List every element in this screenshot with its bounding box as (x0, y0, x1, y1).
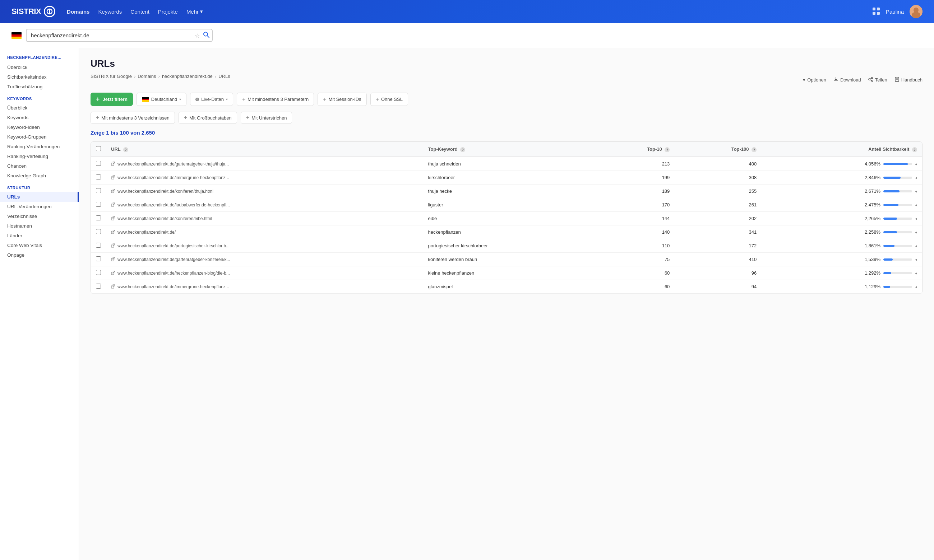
external-link-icon[interactable] (111, 284, 115, 289)
row-expand-icon[interactable]: ◂ (915, 243, 917, 248)
external-link-icon[interactable] (111, 175, 115, 180)
row-expand-icon[interactable]: ◂ (915, 203, 917, 208)
external-link-icon[interactable] (111, 230, 115, 235)
sichtbarkeit-help-icon[interactable]: ? (912, 147, 917, 152)
row-expand-icon[interactable]: ◂ (915, 216, 917, 221)
sidebar-item-ueberblick-keywords[interactable]: Überblick (0, 103, 79, 113)
sidebar-item-hostnamen[interactable]: Hostnamen (0, 221, 79, 231)
filter-deutschland-btn[interactable]: Deutschland ▾ (137, 92, 186, 106)
sidebar-item-chancen[interactable]: Chancen (0, 161, 79, 171)
sidebar-item-ueberblick-domain[interactable]: Überblick (0, 63, 79, 72)
nav-mehr[interactable]: Mehr ▾ (186, 8, 203, 15)
row-keyword-text[interactable]: liguster (428, 202, 443, 208)
row-keyword-text[interactable]: heckenpflanzen (428, 229, 461, 235)
select-all-checkbox[interactable] (96, 146, 101, 151)
filter-unterstrichen-btn[interactable]: + Mit Unterstrichen (241, 112, 293, 124)
row-checkbox-4[interactable] (96, 215, 101, 220)
nav-keywords[interactable]: Keywords (98, 9, 122, 15)
row-checkbox-8[interactable] (96, 270, 101, 275)
row-keyword-text[interactable]: thuja schneiden (428, 161, 461, 166)
row-checkbox-2[interactable] (96, 188, 101, 193)
external-link-icon[interactable] (111, 203, 115, 208)
row-checkbox-5[interactable] (96, 229, 101, 234)
search-submit-icon[interactable] (203, 31, 210, 40)
row-url-text[interactable]: www.heckenpflanzendirekt.de/koniferen/th… (117, 189, 213, 194)
logo[interactable]: SISTRIX (11, 6, 55, 17)
row-checkbox-6[interactable] (96, 243, 101, 248)
user-avatar[interactable] (909, 5, 923, 18)
sidebar-item-knowledge-graph[interactable]: Knowledge Graph (0, 171, 79, 180)
row-expand-icon[interactable]: ◂ (915, 175, 917, 180)
breadcrumb-sistrix[interactable]: SISTRIX für Google (91, 74, 132, 79)
top10-help-icon[interactable]: ? (664, 147, 670, 152)
sidebar-item-keyword-gruppen[interactable]: Keyword-Gruppen (0, 132, 79, 142)
row-checkbox-1[interactable] (96, 174, 101, 180)
filter-3dirs-btn[interactable]: + Mit mindestens 3 Verzeichnissen (91, 112, 175, 124)
row-expand-icon[interactable]: ◂ (915, 162, 917, 166)
user-name[interactable]: Paulina (886, 9, 904, 15)
action-teilen[interactable]: Teilen (868, 77, 887, 83)
row-url-text[interactable]: www.heckenpflanzendirekt.de/gartenratgeb… (117, 162, 229, 166)
row-url-text[interactable]: www.heckenpflanzendirekt.de/immergrune-h… (117, 175, 229, 180)
sidebar-item-laender[interactable]: Länder (0, 231, 79, 240)
breadcrumb-urls[interactable]: URLs (219, 74, 230, 79)
nav-domains[interactable]: Domains (67, 9, 89, 15)
external-link-icon[interactable] (111, 162, 115, 166)
sidebar-item-ranking-verteilung[interactable]: Ranking-Verteilung (0, 151, 79, 161)
filter-3params-btn[interactable]: + Mit mindestens 3 Parametern (237, 92, 314, 106)
row-expand-icon[interactable]: ◂ (915, 284, 917, 289)
row-url-text[interactable]: www.heckenpflanzendirekt.de/portugiesisc… (117, 243, 230, 248)
sidebar-item-sichtbarkeitsindex[interactable]: Sichtbarkeitsindex (0, 72, 79, 82)
sidebar-item-keywords[interactable]: Keywords (0, 113, 79, 122)
row-keyword-text[interactable]: thuja hecke (428, 188, 452, 194)
row-expand-icon[interactable]: ◂ (915, 257, 917, 262)
filter-live-daten-btn[interactable]: Live-Daten ▾ (190, 92, 233, 106)
sidebar-item-verzeichnisse[interactable]: Verzeichnisse (0, 211, 79, 221)
external-link-icon[interactable] (111, 216, 115, 221)
row-url-text[interactable]: www.heckenpflanzendirekt.de/immergrune-h… (117, 284, 229, 289)
external-link-icon[interactable] (111, 189, 115, 194)
sidebar-item-ranking-veraenderungen[interactable]: Ranking-Veränderungen (0, 142, 79, 151)
row-keyword-text[interactable]: koniferen werden braun (428, 257, 478, 262)
external-link-icon[interactable] (111, 243, 115, 248)
breadcrumb-domain[interactable]: heckenpflanzendirekt.de (162, 74, 213, 79)
external-link-icon[interactable] (111, 271, 115, 276)
search-input[interactable] (26, 29, 213, 42)
row-expand-icon[interactable]: ◂ (915, 230, 917, 235)
action-download[interactable]: Download (834, 77, 861, 83)
sidebar-item-core-web-vitals[interactable]: Core Web Vitals (0, 240, 79, 250)
row-keyword-text[interactable]: kleine heckenpflanzen (428, 270, 475, 276)
row-url-text[interactable]: www.heckenpflanzendirekt.de/ (117, 230, 176, 235)
sidebar-item-urls[interactable]: URLs (0, 192, 79, 202)
star-icon[interactable]: ☆ (195, 32, 200, 39)
sidebar-item-url-veraenderungen[interactable]: URL-Veränderungen (0, 202, 79, 211)
external-link-icon[interactable] (111, 257, 115, 262)
row-expand-icon[interactable]: ◂ (915, 271, 917, 276)
row-keyword-text[interactable]: glanzmispel (428, 284, 453, 289)
row-keyword-text[interactable]: portugiesischer kirschlorbeer (428, 243, 488, 248)
action-optionen[interactable]: ▾ Optionen (803, 77, 826, 83)
grid-icon[interactable] (872, 7, 880, 16)
row-url-text[interactable]: www.heckenpflanzendirekt.de/heckenpflanz… (117, 271, 230, 276)
nav-content[interactable]: Content (130, 9, 150, 15)
filter-ohne-ssl-btn[interactable]: + Ohne SSL (370, 92, 408, 106)
row-checkbox-7[interactable] (96, 256, 101, 262)
url-help-icon[interactable]: ? (123, 147, 128, 152)
row-checkbox-9[interactable] (96, 284, 101, 289)
top100-help-icon[interactable]: ? (752, 147, 757, 152)
row-url-text[interactable]: www.heckenpflanzendirekt.de/gartenratgeb… (117, 257, 230, 262)
sidebar-item-onpage[interactable]: Onpage (0, 250, 79, 260)
nav-projekte[interactable]: Projekte (158, 9, 178, 15)
row-checkbox-3[interactable] (96, 202, 101, 207)
action-handbuch[interactable]: Handbuch (894, 77, 923, 83)
breadcrumb-domains[interactable]: Domains (137, 74, 156, 79)
row-keyword-text[interactable]: kirschlorbeer (428, 175, 455, 180)
filter-grossbuchstaben-btn[interactable]: + Mit Großbuchstaben (179, 112, 237, 124)
filter-session-ids-btn[interactable]: + Mit Session-IDs (317, 92, 367, 106)
sidebar-item-trafficschaetzung[interactable]: Trafficschätzung (0, 82, 79, 92)
row-url-text[interactable]: www.heckenpflanzendirekt.de/laubabwerfen… (117, 203, 230, 208)
sidebar-item-keyword-ideen[interactable]: Keyword-Ideen (0, 122, 79, 132)
row-expand-icon[interactable]: ◂ (915, 189, 917, 194)
keyword-help-icon[interactable]: ? (460, 147, 465, 152)
row-url-text[interactable]: www.heckenpflanzendirekt.de/koniferen/ei… (117, 216, 212, 221)
